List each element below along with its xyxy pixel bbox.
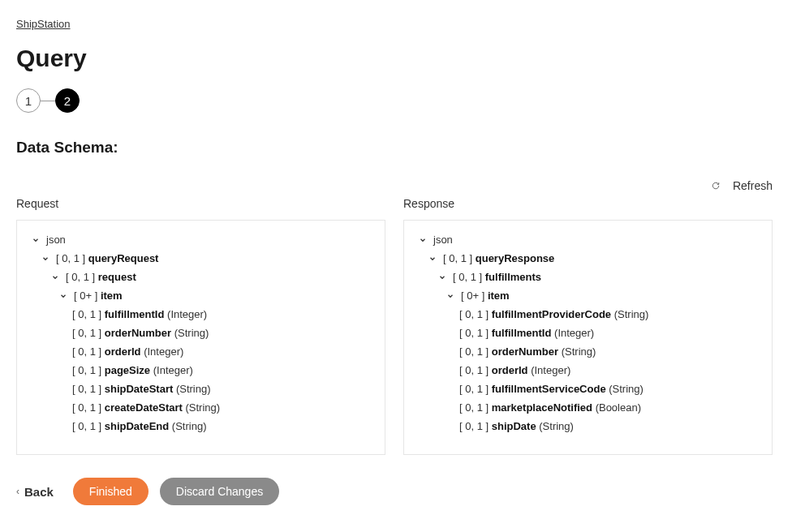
tree-node-label: [ 0+ ] item [461, 290, 510, 301]
section-title: Data Schema: [16, 139, 789, 157]
tree-row[interactable]: [ 0, 1 ] fulfillmentServiceCode (String) [417, 380, 759, 398]
tree-node-label: [ 0, 1 ] request [66, 272, 136, 282]
tree-row[interactable]: [ 0+ ] item [30, 286, 372, 305]
tree-row[interactable]: [ 0, 1 ] orderId (Integer) [30, 342, 372, 361]
stepper: 1 2 [16, 88, 789, 113]
tree-row[interactable]: [ 0, 1 ] createDateStart (String) [30, 398, 372, 417]
tree-row[interactable]: [ 0, 1 ] request [30, 268, 372, 286]
tree-row[interactable]: [ 0+ ] item [417, 286, 759, 305]
step-connector [41, 101, 55, 101]
tree-node-label: [ 0, 1 ] queryResponse [443, 253, 554, 264]
chevron-down-icon[interactable] [427, 253, 438, 264]
page-title: Query [16, 45, 789, 72]
tree-row[interactable]: [ 0, 1 ] fulfillments [417, 268, 759, 286]
tree-node-label: [ 0, 1 ] queryRequest [56, 253, 158, 264]
tree-node-label: [ 0, 1 ] fulfillmentServiceCode (String) [459, 384, 644, 394]
tree-node-label: [ 0, 1 ] pageSize (Integer) [72, 365, 193, 375]
tree-node-label: [ 0, 1 ] orderId (Integer) [72, 346, 183, 357]
tree-node-label: [ 0, 1 ] shipDate (String) [459, 421, 574, 431]
step-1[interactable]: 1 [16, 88, 41, 113]
back-label: Back [24, 485, 54, 499]
back-button[interactable]: ‹ Back [16, 485, 54, 499]
tree-node-label: [ 0, 1 ] orderId (Integer) [459, 365, 570, 375]
tree-row[interactable]: [ 0, 1 ] orderId (Integer) [417, 361, 759, 380]
breadcrumb[interactable]: ShipStation [16, 18, 71, 30]
tree-node-label: [ 0+ ] item [74, 290, 123, 301]
tree-node-label: [ 0, 1 ] fulfillmentId (Integer) [459, 328, 594, 338]
tree-node-label: [ 0, 1 ] shipDateStart (String) [72, 384, 211, 394]
request-header: Request [16, 197, 385, 210]
refresh-label: Refresh [733, 179, 773, 192]
tree-node-label: [ 0, 1 ] fulfillments [453, 272, 541, 282]
tree-node-label: json [433, 234, 453, 245]
chevron-down-icon[interactable] [445, 290, 456, 302]
chevron-down-icon[interactable] [40, 253, 51, 264]
chevron-down-icon[interactable] [50, 272, 61, 283]
response-header: Response [403, 197, 773, 210]
request-schema-box[interactable]: json[ 0, 1 ] queryRequest[ 0, 1 ] reques… [16, 220, 385, 455]
step-2[interactable]: 2 [55, 88, 80, 113]
tree-row[interactable]: [ 0, 1 ] shipDate (String) [417, 417, 759, 435]
chevron-down-icon[interactable] [58, 290, 69, 302]
tree-row[interactable]: [ 0, 1 ] fulfillmentId (Integer) [30, 305, 372, 324]
tree-row[interactable]: [ 0, 1 ] orderNumber (String) [417, 342, 759, 361]
tree-node-label: [ 0, 1 ] fulfillmentId (Integer) [72, 309, 207, 320]
refresh-icon [710, 180, 721, 191]
discard-button[interactable]: Discard Changes [160, 478, 279, 505]
response-schema-box[interactable]: json[ 0, 1 ] queryResponse[ 0, 1 ] fulfi… [403, 220, 773, 455]
tree-row[interactable]: json [417, 230, 759, 249]
tree-node-label: json [46, 234, 66, 245]
response-column: Response json[ 0, 1 ] queryResponse[ 0, … [403, 197, 773, 455]
chevron-down-icon[interactable] [437, 272, 448, 283]
tree-row[interactable]: [ 0, 1 ] marketplaceNotified (Boolean) [417, 398, 759, 417]
tree-row[interactable]: [ 0, 1 ] queryRequest [30, 249, 372, 268]
refresh-button[interactable]: Refresh [710, 179, 773, 192]
tree-node-label: [ 0, 1 ] createDateStart (String) [72, 402, 220, 413]
tree-node-label: [ 0, 1 ] fulfillmentProviderCode (String… [459, 309, 648, 320]
tree-row[interactable]: [ 0, 1 ] shipDateEnd (String) [30, 417, 372, 435]
tree-row[interactable]: [ 0, 1 ] fulfillmentProviderCode (String… [417, 305, 759, 324]
tree-node-label: [ 0, 1 ] marketplaceNotified (Boolean) [459, 402, 641, 413]
tree-row[interactable]: [ 0, 1 ] shipDateStart (String) [30, 380, 372, 398]
tree-node-label: [ 0, 1 ] orderNumber (String) [72, 328, 209, 338]
tree-row[interactable]: [ 0, 1 ] pageSize (Integer) [30, 361, 372, 380]
request-column: Request json[ 0, 1 ] queryRequest[ 0, 1 … [16, 197, 385, 455]
tree-row[interactable]: [ 0, 1 ] orderNumber (String) [30, 324, 372, 342]
chevron-left-icon: ‹ [16, 486, 19, 497]
tree-node-label: [ 0, 1 ] shipDateEnd (String) [72, 421, 206, 431]
chevron-down-icon[interactable] [417, 234, 428, 246]
tree-row[interactable]: [ 0, 1 ] queryResponse [417, 249, 759, 268]
chevron-down-icon[interactable] [30, 234, 41, 246]
tree-row[interactable]: json [30, 230, 372, 249]
tree-node-label: [ 0, 1 ] orderNumber (String) [459, 346, 596, 357]
finished-button[interactable]: Finished [73, 478, 149, 505]
tree-row[interactable]: [ 0, 1 ] fulfillmentId (Integer) [417, 324, 759, 342]
